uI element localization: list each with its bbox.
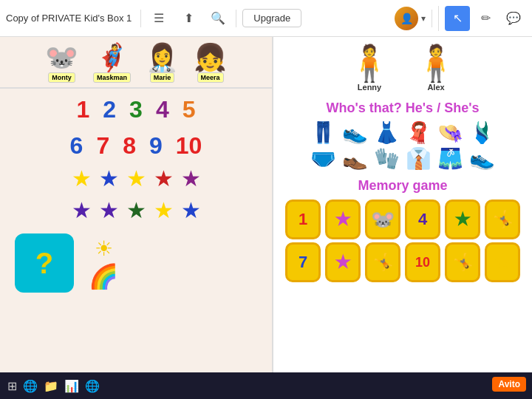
whos-title: Who's that? He's / She's xyxy=(285,100,520,116)
meera-label: Meera xyxy=(197,72,224,83)
chevron-icon[interactable]: ▾ xyxy=(421,13,426,24)
cloth-4: 🧣 xyxy=(406,120,432,145)
star-7: ★ xyxy=(99,197,119,223)
topbar: Copy of PRIVATE Kid's Box 1 ☰ ⬆ 🔍 Upgrad… xyxy=(0,0,532,37)
num-5: 5 xyxy=(183,96,196,123)
char-maskman: 🦸 Maskman xyxy=(93,44,131,83)
cloth-9: 🧤 xyxy=(374,146,400,171)
avito-badge: Avito xyxy=(492,377,526,392)
num-7: 7 xyxy=(96,132,109,160)
cloth-2: 👟 xyxy=(342,120,368,145)
numbers-row-1: 1 2 3 4 5 xyxy=(0,90,272,126)
task-chrome-icon[interactable]: 🌐 xyxy=(85,379,100,393)
cloth-12: 👟 xyxy=(469,146,495,171)
star-1: ★ xyxy=(72,166,92,191)
mem-tile-7[interactable]: 7 xyxy=(285,242,321,282)
separator xyxy=(140,10,141,27)
star-9: ★ xyxy=(154,197,174,223)
mem-tile-11[interactable]: 🤸 xyxy=(445,242,480,282)
edit-mode-button[interactable]: ✏ xyxy=(473,6,498,31)
char-alex: 🧍 Alex xyxy=(414,46,458,92)
char-lenny: 🧍 Lenny xyxy=(347,46,392,92)
left-panel: 🐭 Monty 🦸 Maskman 👩‍⚕️ Marie 👧 Meera 1 2… xyxy=(0,37,273,399)
right-panel: 🧍 Lenny 🧍 Alex Who's that? He's / She's … xyxy=(273,37,532,399)
cloth-7: 🩲 xyxy=(310,146,336,171)
mem-tile-4[interactable]: 4 xyxy=(405,200,440,239)
lenny-figure: 🧍 xyxy=(347,46,392,81)
memory-section: Memory game 1 ★ 🐭 4 ★ 🤸 7 ★ 🤸 10 🤸 ★ xyxy=(285,178,520,282)
cloth-3: 👗 xyxy=(374,120,400,145)
num-4: 4 xyxy=(156,96,169,123)
char-marie: 👩‍⚕️ Marie xyxy=(146,44,179,83)
alex-figure: 🧍 xyxy=(414,46,458,81)
mem-tile-2[interactable]: ★ xyxy=(325,200,361,239)
clothes-row-2: 🩲 👞 🧤 👔 🩳 👟 xyxy=(285,146,520,171)
mem-tile-8[interactable]: ★ xyxy=(325,242,361,282)
avatar-area: 👤 ▾ xyxy=(395,7,426,30)
mem-tile-6[interactable]: 🤸 xyxy=(485,200,520,239)
clothes-row-1: 👖 👟 👗 🧣 👒 🩱 xyxy=(285,120,520,145)
alex-name: Alex xyxy=(427,83,444,92)
star-6: ★ xyxy=(72,197,92,223)
whos-section: Who's that? He's / She's 👖 👟 👗 🧣 👒 🩱 🩲 👞… xyxy=(285,100,520,171)
mem-tile-5[interactable]: ★ xyxy=(445,200,480,239)
upgrade-button[interactable]: Upgrade xyxy=(242,9,301,27)
num-8: 8 xyxy=(123,132,136,160)
num-2: 2 xyxy=(103,96,116,123)
separator3 xyxy=(432,10,432,27)
cloth-6: 🩱 xyxy=(469,120,495,145)
star-3: ★ xyxy=(126,166,146,191)
cloth-11: 🩳 xyxy=(437,146,463,171)
marie-figure: 👩‍⚕️ xyxy=(146,44,179,71)
star-8: ★ xyxy=(126,197,146,223)
task-office-icon[interactable]: 📊 xyxy=(64,379,79,393)
monty-label: Monty xyxy=(48,72,75,83)
right-actions: ↖ ✏ 💬 xyxy=(438,6,526,31)
num-6: 6 xyxy=(70,132,83,160)
taskbar: ⊞ 🌐 📁 📊 🌐 xyxy=(0,372,532,399)
memory-row-2: 7 ★ 🤸 10 🤸 ★ xyxy=(285,242,520,282)
cloth-8: 👞 xyxy=(342,146,368,171)
task-grid-icon[interactable]: ⊞ xyxy=(7,379,17,393)
mem-tile-9[interactable]: 🤸 xyxy=(365,242,400,282)
char-monty: 🐭 Monty xyxy=(45,44,78,83)
user-avatar[interactable]: 👤 xyxy=(395,7,418,30)
star-2: ★ xyxy=(99,166,119,191)
memory-row-1: 1 ★ 🐭 4 ★ 🤸 xyxy=(285,200,520,239)
monty-figure: 🐭 xyxy=(45,44,78,71)
menu-button[interactable]: ☰ xyxy=(147,7,171,30)
star-4: ★ xyxy=(154,166,174,191)
numbers-row-2: 6 7 8 9 10 xyxy=(0,126,272,163)
mem-tile-12[interactable]: ★ xyxy=(485,242,520,282)
cloth-10: 👔 xyxy=(406,146,432,171)
stars-row-2: ★ ★ ★ ★ ★ xyxy=(0,194,272,226)
stars-row-1: ★ ★ ★ ★ ★ xyxy=(0,163,272,194)
marie-label: Marie xyxy=(150,72,175,83)
comment-button[interactable]: 💬 xyxy=(501,6,526,31)
star-5: ★ xyxy=(181,166,201,191)
task-folder-icon[interactable]: 📁 xyxy=(44,379,58,393)
num-9: 9 xyxy=(149,132,163,160)
maskman-figure: 🦸 xyxy=(95,44,129,71)
question-box[interactable]: ? xyxy=(15,233,74,293)
star-10: ★ xyxy=(181,197,201,223)
num-10: 10 xyxy=(176,132,202,160)
lenny-name: Lenny xyxy=(358,83,381,92)
num-3: 3 xyxy=(129,96,143,123)
mem-tile-1[interactable]: 1 xyxy=(285,200,321,239)
task-edge-icon[interactable]: 🌐 xyxy=(23,379,38,393)
bottom-left-items: ? ☀ 🌈 xyxy=(0,226,272,300)
memory-title: Memory game xyxy=(285,178,520,194)
mem-tile-10[interactable]: 10 xyxy=(405,242,440,282)
main-area: 🐭 Monty 🦸 Maskman 👩‍⚕️ Marie 👧 Meera 1 2… xyxy=(0,37,532,399)
search-button[interactable]: 🔍 xyxy=(206,7,230,30)
share-button[interactable]: ⬆ xyxy=(177,7,200,30)
right-characters: 🧍 Lenny 🧍 Alex xyxy=(285,43,520,98)
cloth-1: 👖 xyxy=(310,120,336,145)
document-title: Copy of PRIVATE Kid's Box 1 xyxy=(6,13,132,24)
mem-tile-3[interactable]: 🐭 xyxy=(365,200,400,239)
char-meera: 👧 Meera xyxy=(194,44,227,83)
separator2 xyxy=(236,10,236,27)
cursor-mode-button[interactable]: ↖ xyxy=(445,6,470,31)
characters-row: 🐭 Monty 🦸 Maskman 👩‍⚕️ Marie 👧 Meera xyxy=(0,37,272,86)
